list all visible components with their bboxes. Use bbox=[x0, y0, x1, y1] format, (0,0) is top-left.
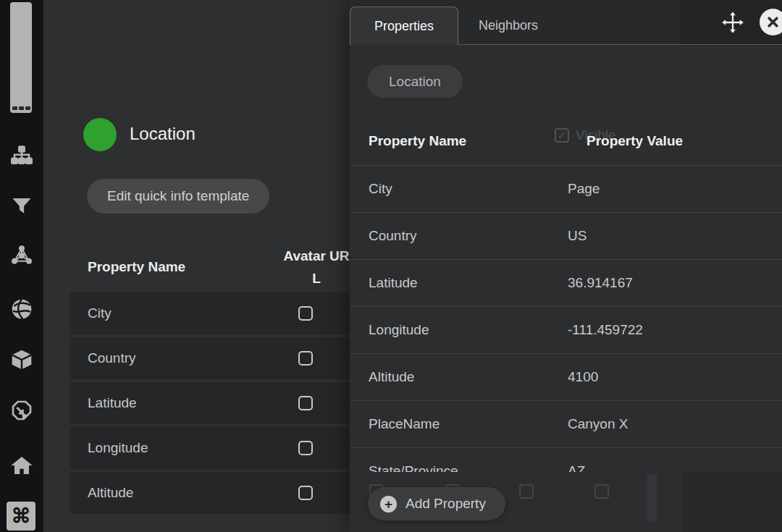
tab-properties[interactable]: Properties bbox=[350, 7, 458, 45]
property-value-cell[interactable]: Canyon X bbox=[568, 416, 782, 432]
network-icon[interactable] bbox=[10, 243, 33, 266]
property-name-cell[interactable]: Altitude bbox=[350, 369, 568, 385]
handle-dash bbox=[25, 106, 30, 110]
properties-panel: Properties Neighbors Location Property N… bbox=[350, 0, 782, 532]
app-window: ⌘ Location Edit quick info template Prop… bbox=[0, 0, 782, 532]
avatar-url-checkbox[interactable] bbox=[298, 306, 313, 321]
property-row: Altitude4100 bbox=[350, 354, 782, 401]
property-value-cell[interactable]: 4100 bbox=[568, 369, 782, 385]
props-table-header: Property Name ✓ Visible Property Value bbox=[350, 123, 782, 165]
filter-icon[interactable] bbox=[10, 194, 33, 217]
property-name-cell: Country bbox=[70, 350, 298, 366]
handle-dash bbox=[19, 106, 24, 110]
add-property-label: Add Property bbox=[405, 496, 486, 512]
sitemap-icon[interactable] bbox=[10, 144, 33, 167]
style-table-header: Property Name Avatar URL bbox=[70, 241, 350, 292]
avatar-url-checkbox[interactable] bbox=[298, 441, 313, 455]
property-value-cell[interactable]: 36.914167 bbox=[568, 275, 782, 291]
property-row: Longitude-111.459722 bbox=[350, 307, 782, 354]
property-row: Latitude36.914167 bbox=[350, 260, 782, 307]
avatar-url-checkbox[interactable] bbox=[298, 486, 313, 500]
property-value-column-header: Property Value bbox=[586, 133, 683, 149]
style-properties-table: Property Name Avatar URL CityCountryLati… bbox=[70, 241, 350, 517]
avatar-url-column-header: Avatar URL bbox=[283, 245, 350, 290]
property-row: CityPage bbox=[350, 166, 782, 213]
ghost-checkbox bbox=[594, 484, 609, 499]
home-icon[interactable] bbox=[10, 454, 33, 477]
edit-quick-info-template-button[interactable]: Edit quick info template bbox=[87, 179, 269, 214]
ghost-scrollbar bbox=[647, 474, 657, 522]
globe-icon[interactable] bbox=[10, 297, 33, 321]
table-row: Altitude bbox=[70, 472, 350, 514]
footer-dark-region bbox=[681, 472, 782, 532]
table-row: Country bbox=[70, 337, 350, 379]
ghost-checkbox bbox=[519, 484, 534, 499]
export-icon[interactable] bbox=[10, 399, 33, 422]
property-name-cell: Altitude bbox=[70, 485, 298, 501]
avatar-url-checkbox[interactable] bbox=[298, 396, 313, 410]
add-property-button[interactable]: + Add Property bbox=[368, 487, 505, 520]
property-row: PlaceNameCanyon X bbox=[350, 401, 782, 448]
handle-dash bbox=[12, 106, 17, 110]
property-name-cell: Latitude bbox=[70, 395, 298, 411]
panel-footer: + Add Property bbox=[350, 472, 782, 532]
property-name-cell[interactable]: Latitude bbox=[350, 275, 568, 291]
property-name-cell[interactable]: City bbox=[350, 181, 568, 197]
scrollbar-drag-handle[interactable] bbox=[10, 2, 32, 113]
panel-tabstrip: Properties Neighbors bbox=[350, 0, 782, 45]
node-label-chip: Location bbox=[367, 65, 463, 98]
property-value-cell[interactable]: Page bbox=[568, 181, 782, 197]
property-name-column-header: Property Name bbox=[369, 133, 466, 149]
property-value-cell[interactable]: -111.459722 bbox=[568, 322, 782, 338]
command-icon[interactable]: ⌘ bbox=[7, 502, 35, 531]
property-name-column-header: Property Name bbox=[70, 259, 283, 275]
sidebar: ⌘ bbox=[0, 0, 43, 532]
property-name-cell: City bbox=[70, 305, 298, 321]
cube-icon[interactable] bbox=[10, 348, 33, 371]
style-table-rows: CityCountryLatitudeLongitudeAltitude bbox=[70, 292, 350, 514]
property-name-cell[interactable]: Longitude bbox=[350, 322, 568, 338]
property-name-cell[interactable]: PlaceName bbox=[350, 416, 568, 432]
table-row: Longitude bbox=[70, 427, 350, 469]
table-row: Latitude bbox=[70, 382, 350, 424]
node-color-swatch[interactable] bbox=[83, 118, 117, 151]
plus-icon: + bbox=[380, 496, 397, 512]
props-table-rows: CityPageCountryUSLatitude36.914167Longit… bbox=[350, 165, 782, 495]
property-value-cell[interactable]: US bbox=[568, 228, 782, 244]
property-name-cell[interactable]: Country bbox=[350, 228, 568, 244]
close-icon[interactable] bbox=[760, 9, 782, 35]
property-row: CountryUS bbox=[350, 213, 782, 260]
move-icon[interactable] bbox=[720, 9, 746, 35]
node-label-title: Location bbox=[130, 124, 196, 144]
property-name-cell: Longitude bbox=[70, 440, 298, 456]
checked-checkbox-icon: ✓ bbox=[555, 128, 569, 143]
tab-neighbors[interactable]: Neighbors bbox=[458, 7, 589, 45]
table-row: City bbox=[70, 292, 350, 334]
avatar-url-checkbox[interactable] bbox=[298, 351, 313, 366]
